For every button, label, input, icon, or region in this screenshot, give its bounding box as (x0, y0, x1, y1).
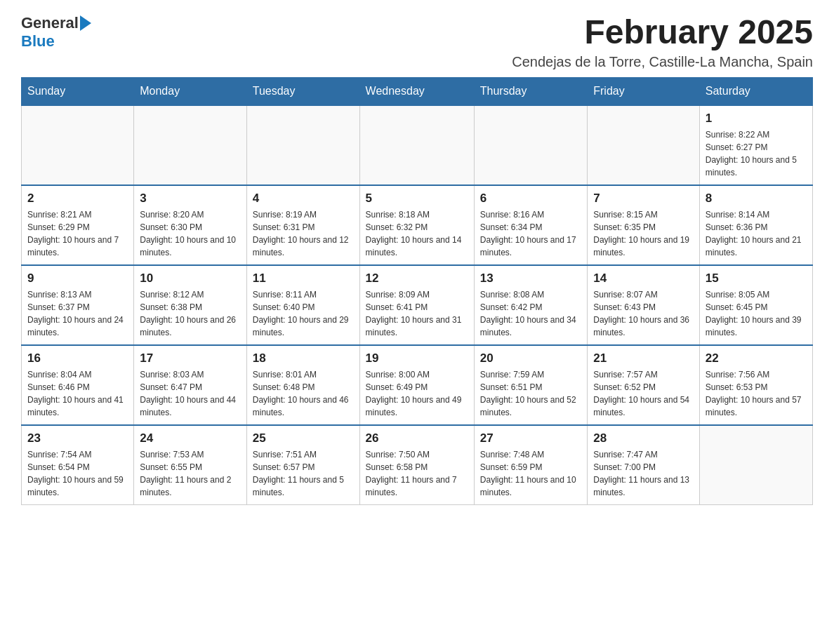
day-number: 12 (366, 271, 468, 286)
logo-triangle-icon (80, 15, 91, 31)
day-number: 14 (593, 271, 693, 286)
day-number: 9 (27, 271, 128, 286)
calendar-cell-1-7: 1Sunrise: 8:22 AM Sunset: 6:27 PM Daylig… (699, 105, 812, 185)
day-info: Sunrise: 8:11 AM Sunset: 6:40 PM Dayligh… (253, 288, 354, 339)
week-row-1: 1Sunrise: 8:22 AM Sunset: 6:27 PM Daylig… (22, 105, 813, 185)
day-number: 5 (366, 192, 468, 206)
calendar-cell-5-4: 26Sunrise: 7:50 AM Sunset: 6:58 PM Dayli… (359, 425, 474, 505)
calendar-cell-2-3: 4Sunrise: 8:19 AM Sunset: 6:31 PM Daylig… (246, 185, 359, 265)
calendar-cell-3-5: 13Sunrise: 8:08 AM Sunset: 6:42 PM Dayli… (474, 265, 587, 345)
weekday-header-friday: Friday (588, 77, 699, 105)
calendar-cell-3-6: 14Sunrise: 8:07 AM Sunset: 6:43 PM Dayli… (588, 265, 699, 345)
calendar-cell-3-4: 12Sunrise: 8:09 AM Sunset: 6:41 PM Dayli… (359, 265, 474, 345)
calendar-cell-1-4 (359, 105, 474, 185)
day-number: 8 (706, 192, 807, 206)
day-info: Sunrise: 8:20 AM Sunset: 6:30 PM Dayligh… (140, 208, 241, 259)
calendar-cell-2-1: 2Sunrise: 8:21 AM Sunset: 6:29 PM Daylig… (22, 185, 134, 265)
day-number: 20 (480, 351, 581, 365)
calendar-cell-4-7: 22Sunrise: 7:56 AM Sunset: 6:53 PM Dayli… (699, 345, 812, 425)
day-info: Sunrise: 8:07 AM Sunset: 6:43 PM Dayligh… (593, 288, 693, 339)
calendar-table: SundayMondayTuesdayWednesdayThursdayFrid… (21, 77, 813, 505)
calendar-cell-1-5 (474, 105, 587, 185)
logo-general-text: General (21, 14, 79, 32)
calendar-cell-2-5: 6Sunrise: 8:16 AM Sunset: 6:34 PM Daylig… (474, 185, 587, 265)
day-number: 2 (27, 192, 128, 206)
calendar-cell-2-4: 5Sunrise: 8:18 AM Sunset: 6:32 PM Daylig… (359, 185, 474, 265)
calendar-cell-2-2: 3Sunrise: 8:20 AM Sunset: 6:30 PM Daylig… (134, 185, 247, 265)
day-number: 10 (140, 271, 241, 286)
title-section: February 2025 Cendejas de la Torre, Cast… (512, 14, 813, 70)
calendar-cell-1-6 (588, 105, 699, 185)
day-info: Sunrise: 8:05 AM Sunset: 6:45 PM Dayligh… (706, 288, 807, 339)
week-row-5: 23Sunrise: 7:54 AM Sunset: 6:54 PM Dayli… (22, 425, 813, 505)
weekday-header-tuesday: Tuesday (246, 77, 359, 105)
calendar-cell-4-1: 16Sunrise: 8:04 AM Sunset: 6:46 PM Dayli… (22, 345, 134, 425)
calendar-cell-3-7: 15Sunrise: 8:05 AM Sunset: 6:45 PM Dayli… (699, 265, 812, 345)
day-number: 18 (253, 351, 354, 365)
day-info: Sunrise: 7:53 AM Sunset: 6:55 PM Dayligh… (140, 448, 241, 499)
day-number: 17 (140, 351, 241, 365)
day-number: 24 (140, 431, 241, 445)
day-number: 28 (593, 431, 693, 445)
day-info: Sunrise: 8:22 AM Sunset: 6:27 PM Dayligh… (706, 128, 807, 179)
calendar-cell-5-5: 27Sunrise: 7:48 AM Sunset: 6:59 PM Dayli… (474, 425, 587, 505)
calendar-cell-1-3 (246, 105, 359, 185)
day-info: Sunrise: 7:47 AM Sunset: 7:00 PM Dayligh… (593, 448, 693, 499)
day-info: Sunrise: 8:01 AM Sunset: 6:48 PM Dayligh… (253, 368, 354, 419)
logo-blue-text: Blue (21, 32, 55, 51)
day-info: Sunrise: 8:09 AM Sunset: 6:41 PM Dayligh… (366, 288, 468, 339)
day-number: 23 (27, 431, 128, 445)
day-info: Sunrise: 8:18 AM Sunset: 6:32 PM Dayligh… (366, 208, 468, 259)
calendar-cell-2-6: 7Sunrise: 8:15 AM Sunset: 6:35 PM Daylig… (588, 185, 699, 265)
day-number: 6 (480, 192, 581, 206)
day-number: 1 (706, 112, 807, 126)
calendar-cell-5-2: 24Sunrise: 7:53 AM Sunset: 6:55 PM Dayli… (134, 425, 247, 505)
weekday-header-wednesday: Wednesday (359, 77, 474, 105)
day-info: Sunrise: 7:59 AM Sunset: 6:51 PM Dayligh… (480, 368, 581, 419)
weekday-header-saturday: Saturday (699, 77, 812, 105)
week-row-3: 9Sunrise: 8:13 AM Sunset: 6:37 PM Daylig… (22, 265, 813, 345)
day-info: Sunrise: 8:08 AM Sunset: 6:42 PM Dayligh… (480, 288, 581, 339)
day-info: Sunrise: 8:19 AM Sunset: 6:31 PM Dayligh… (253, 208, 354, 259)
day-info: Sunrise: 8:16 AM Sunset: 6:34 PM Dayligh… (480, 208, 581, 259)
day-number: 16 (27, 351, 128, 365)
calendar-header-row: SundayMondayTuesdayWednesdayThursdayFrid… (22, 77, 813, 105)
calendar-cell-3-3: 11Sunrise: 8:11 AM Sunset: 6:40 PM Dayli… (246, 265, 359, 345)
calendar-cell-4-2: 17Sunrise: 8:03 AM Sunset: 6:47 PM Dayli… (134, 345, 247, 425)
day-number: 25 (253, 431, 354, 445)
month-title: February 2025 (512, 14, 813, 51)
day-info: Sunrise: 7:57 AM Sunset: 6:52 PM Dayligh… (593, 368, 693, 419)
day-number: 11 (253, 271, 354, 286)
weekday-header-thursday: Thursday (474, 77, 587, 105)
day-number: 15 (706, 271, 807, 286)
day-info: Sunrise: 8:14 AM Sunset: 6:36 PM Dayligh… (706, 208, 807, 259)
page-header: General Blue February 2025 Cendejas de l… (21, 14, 813, 70)
day-info: Sunrise: 8:21 AM Sunset: 6:29 PM Dayligh… (27, 208, 128, 259)
day-number: 4 (253, 192, 354, 206)
day-number: 26 (366, 431, 468, 445)
calendar-cell-3-2: 10Sunrise: 8:12 AM Sunset: 6:38 PM Dayli… (134, 265, 247, 345)
week-row-4: 16Sunrise: 8:04 AM Sunset: 6:46 PM Dayli… (22, 345, 813, 425)
calendar-cell-5-7 (699, 425, 812, 505)
day-number: 21 (593, 351, 693, 365)
day-info: Sunrise: 7:48 AM Sunset: 6:59 PM Dayligh… (480, 448, 581, 499)
day-info: Sunrise: 7:51 AM Sunset: 6:57 PM Dayligh… (253, 448, 354, 499)
day-info: Sunrise: 8:00 AM Sunset: 6:49 PM Dayligh… (366, 368, 468, 419)
day-number: 19 (366, 351, 468, 365)
calendar-cell-2-7: 8Sunrise: 8:14 AM Sunset: 6:36 PM Daylig… (699, 185, 812, 265)
calendar-cell-4-5: 20Sunrise: 7:59 AM Sunset: 6:51 PM Dayli… (474, 345, 587, 425)
week-row-2: 2Sunrise: 8:21 AM Sunset: 6:29 PM Daylig… (22, 185, 813, 265)
location-title: Cendejas de la Torre, Castille-La Mancha… (512, 54, 813, 70)
calendar-cell-5-6: 28Sunrise: 7:47 AM Sunset: 7:00 PM Dayli… (588, 425, 699, 505)
day-info: Sunrise: 8:12 AM Sunset: 6:38 PM Dayligh… (140, 288, 241, 339)
day-number: 3 (140, 192, 241, 206)
day-info: Sunrise: 7:54 AM Sunset: 6:54 PM Dayligh… (27, 448, 128, 499)
weekday-header-sunday: Sunday (22, 77, 134, 105)
calendar-cell-1-1 (22, 105, 134, 185)
calendar-cell-5-3: 25Sunrise: 7:51 AM Sunset: 6:57 PM Dayli… (246, 425, 359, 505)
day-info: Sunrise: 7:56 AM Sunset: 6:53 PM Dayligh… (706, 368, 807, 419)
day-number: 27 (480, 431, 581, 445)
logo: General Blue (21, 14, 91, 51)
day-number: 13 (480, 271, 581, 286)
calendar-cell-1-2 (134, 105, 247, 185)
